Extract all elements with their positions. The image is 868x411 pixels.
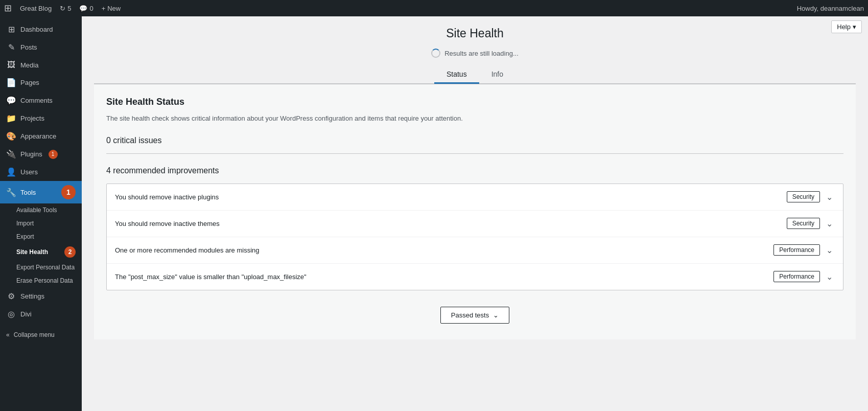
divi-icon: ◎: [6, 309, 16, 319]
howdy-text: Howdy, deannamclean: [797, 5, 864, 12]
submenu-label-export: Export: [16, 233, 34, 240]
submenu-label-export-personal-data: Export Personal Data: [16, 264, 75, 271]
passed-tests-chevron-icon: ⌄: [493, 311, 499, 319]
site-health-step-badge: 2: [64, 246, 76, 258]
plugins-badge: 1: [49, 150, 58, 159]
main-content: Site Health Results are still loading...…: [82, 16, 868, 411]
sidebar-item-appearance[interactable]: 🎨 Appearance: [0, 127, 82, 145]
rec-tag-3: Performance: [773, 271, 820, 282]
sidebar-item-tools[interactable]: 🔧 Tools 1: [0, 181, 82, 203]
posts-icon: ✎: [6, 42, 16, 52]
pages-icon: 📄: [6, 78, 16, 87]
rec-item-text-1: You should remove inactive themes: [115, 220, 787, 227]
improvements-title: 4 recommended improvements: [106, 166, 843, 175]
tab-info-label: Info: [491, 70, 503, 78]
section-description: The site health check shows critical inf…: [106, 113, 843, 124]
submenu-label-available-tools: Available Tools: [16, 207, 57, 214]
submenu-export[interactable]: Export: [0, 230, 82, 243]
rec-item-3[interactable]: The "post_max_size" value is smaller tha…: [107, 264, 843, 290]
refresh-icon: ↻: [60, 5, 65, 12]
sidebar-item-dashboard[interactable]: ⊞ Dashboard: [0, 20, 82, 38]
rec-item-right-3: Performance ⌄: [773, 271, 835, 283]
sidebar-label-dashboard: Dashboard: [20, 26, 53, 33]
section-divider: [106, 153, 843, 154]
comment-icon: 💬: [79, 5, 87, 12]
sidebar-item-divi[interactable]: ◎ Divi: [0, 305, 82, 323]
sidebar-label-projects: Projects: [20, 115, 44, 122]
comments-item[interactable]: 💬 0: [79, 5, 93, 12]
updates-count: 5: [67, 5, 71, 12]
sidebar-label-tools: Tools: [20, 189, 36, 196]
rec-expand-3[interactable]: ⌄: [824, 271, 835, 283]
sidebar-item-media[interactable]: 🖼 Media: [0, 56, 82, 74]
rec-item-0[interactable]: You should remove inactive plugins Secur…: [107, 184, 843, 211]
sidebar: ⊞ Dashboard ✎ Posts 🖼 Media 📄 Pages 💬 Co…: [0, 16, 82, 411]
passed-tests-label: Passed tests: [451, 311, 489, 319]
updates-item[interactable]: ↻ 5: [60, 5, 71, 12]
help-button[interactable]: Help ▾: [831, 20, 862, 33]
rec-item-text-3: The "post_max_size" value is smaller tha…: [115, 273, 773, 281]
new-item[interactable]: + New: [102, 5, 121, 12]
rec-tag-2: Performance: [773, 244, 820, 256]
page-title: Site Health: [94, 27, 856, 40]
submenu-erase-personal-data[interactable]: Erase Personal Data: [0, 274, 82, 287]
tab-info[interactable]: Info: [479, 66, 515, 84]
site-name-item[interactable]: Great Blog: [20, 5, 52, 12]
submenu-label-site-health: Site Health: [16, 248, 48, 256]
rec-expand-2[interactable]: ⌄: [824, 244, 835, 256]
loading-spinner-icon: [431, 49, 440, 58]
sidebar-item-projects[interactable]: 📁 Projects: [0, 109, 82, 127]
sidebar-item-users[interactable]: 👤 Users: [0, 163, 82, 181]
rec-item-1[interactable]: You should remove inactive themes Securi…: [107, 211, 843, 237]
collapse-menu-button[interactable]: « Collapse menu: [0, 327, 82, 342]
submenu-available-tools[interactable]: Available Tools: [0, 203, 82, 217]
critical-issues-count: 0 critical issues: [106, 136, 843, 145]
rec-item-right-0: Security ⌄: [787, 191, 835, 203]
sidebar-item-settings[interactable]: ⚙ Settings: [0, 287, 82, 305]
sidebar-item-pages[interactable]: 📄 Pages: [0, 74, 82, 92]
rec-expand-1[interactable]: ⌄: [824, 218, 835, 230]
passed-tests-button[interactable]: Passed tests ⌄: [440, 307, 509, 324]
sidebar-item-comments[interactable]: 💬 Comments: [0, 92, 82, 109]
admin-bar: ⊞ Great Blog ↻ 5 💬 0 + New Howdy, deanna…: [0, 0, 868, 16]
rec-expand-0[interactable]: ⌄: [824, 191, 835, 203]
collapse-menu-label: Collapse menu: [14, 331, 55, 338]
comments-icon: 💬: [6, 96, 16, 105]
rec-tag-0: Security: [787, 191, 820, 202]
comments-count: 0: [89, 5, 93, 12]
tab-status[interactable]: Status: [434, 66, 479, 84]
rec-item-right-1: Security ⌄: [787, 218, 835, 230]
loading-text: Results are still loading...: [444, 50, 519, 57]
sidebar-item-plugins[interactable]: 🔌 Plugins 1: [0, 145, 82, 163]
sidebar-label-divi: Divi: [20, 310, 32, 318]
submenu-import[interactable]: Import: [0, 217, 82, 230]
media-icon: 🖼: [6, 60, 16, 70]
submenu-label-erase-personal-data: Erase Personal Data: [16, 277, 73, 284]
sidebar-label-appearance: Appearance: [20, 132, 56, 140]
collapse-arrow-icon: «: [6, 331, 10, 338]
rec-item-text-2: One or more recommended modules are miss…: [115, 246, 773, 254]
wp-logo-item[interactable]: ⊞: [4, 3, 12, 14]
submenu-label-import: Import: [16, 220, 34, 227]
users-icon: 👤: [6, 167, 16, 177]
sidebar-item-posts[interactable]: ✎ Posts: [0, 38, 82, 56]
settings-icon: ⚙: [6, 291, 16, 301]
sidebar-label-media: Media: [20, 61, 38, 69]
site-name: Great Blog: [20, 5, 52, 12]
sidebar-label-pages: Pages: [20, 79, 39, 86]
recommendations-list: You should remove inactive plugins Secur…: [106, 184, 843, 290]
tab-status-label: Status: [447, 70, 467, 78]
tools-icon: 🔧: [6, 188, 16, 197]
appearance-icon: 🎨: [6, 131, 16, 141]
submenu-export-personal-data[interactable]: Export Personal Data: [0, 261, 82, 274]
loading-row: Results are still loading...: [94, 49, 856, 58]
wp-logo-icon: ⊞: [4, 3, 12, 14]
submenu-site-health[interactable]: Site Health 2: [0, 243, 82, 261]
rec-tag-1: Security: [787, 218, 820, 229]
rec-item-right-2: Performance ⌄: [773, 244, 835, 256]
help-label: Help: [837, 23, 851, 31]
rec-item-2[interactable]: One or more recommended modules are miss…: [107, 237, 843, 264]
tabs-row: Status Info: [94, 66, 856, 84]
sidebar-label-posts: Posts: [20, 43, 37, 51]
passed-tests-row: Passed tests ⌄: [106, 307, 843, 324]
